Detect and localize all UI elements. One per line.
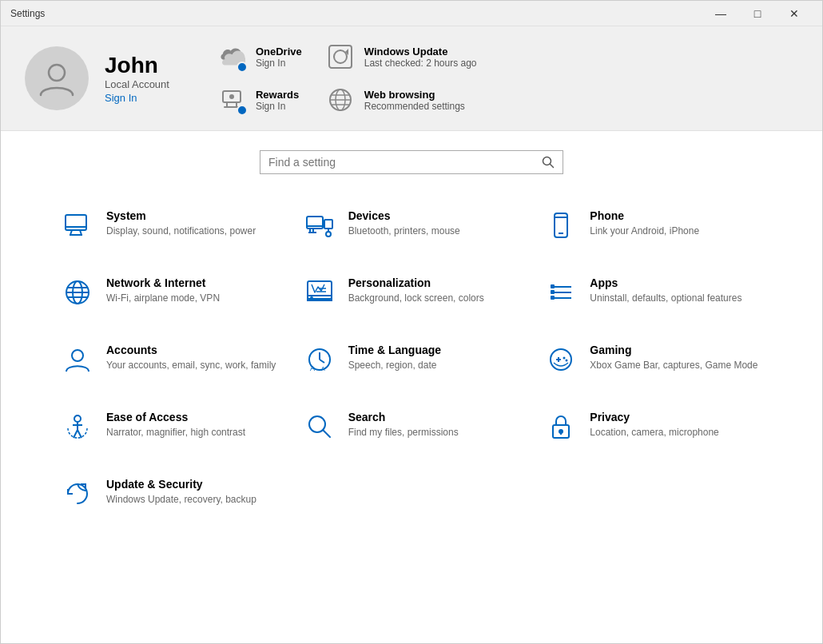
privacy-text: Privacy Location, camera, microphone xyxy=(590,411,718,439)
system-icon xyxy=(62,209,93,241)
settings-item-time[interactable]: A A Time & Language Speech, region, date xyxy=(291,326,533,393)
svg-rect-12 xyxy=(66,215,86,230)
svg-line-61 xyxy=(323,430,330,437)
avatar xyxy=(25,46,89,110)
settings-item-phone[interactable]: Phone Link your Android, iPhone xyxy=(532,192,774,259)
apps-text: Apps Uninstall, defaults, optional featu… xyxy=(590,276,741,305)
profile-signin-link[interactable]: Sign In xyxy=(105,92,137,104)
rewards-text: Rewards Sign In xyxy=(256,89,299,112)
svg-point-2 xyxy=(229,94,234,99)
search-input[interactable] xyxy=(268,156,542,169)
search-settings-text: Search Find my files, permissions xyxy=(348,411,459,439)
web-browsing-service[interactable]: Web browsing Recommended settings xyxy=(326,85,477,114)
apps-icon xyxy=(545,276,577,308)
gaming-icon xyxy=(545,344,577,376)
apps-title: Apps xyxy=(590,276,741,289)
windows-update-desc: Last checked: 2 hours ago xyxy=(364,58,477,69)
accounts-icon xyxy=(62,344,93,376)
update-title: Update & Security xyxy=(106,478,256,491)
ease-text: Ease of Access Narrator, magnifier, high… xyxy=(106,411,245,439)
app-title: Settings xyxy=(10,8,45,19)
svg-rect-3 xyxy=(329,46,352,68)
settings-item-network[interactable]: Network & Internet Wi-Fi, airplane mode,… xyxy=(49,259,291,326)
onedrive-status-dot xyxy=(237,62,248,73)
windows-update-service[interactable]: Windows Update Last checked: 2 hours ago xyxy=(326,42,477,71)
search-settings-desc: Find my files, permissions xyxy=(348,426,459,439)
privacy-desc: Location, camera, microphone xyxy=(590,426,718,439)
window-controls: — □ ✕ xyxy=(702,1,813,26)
time-text: Time & Language Speech, region, date xyxy=(348,344,441,372)
ease-icon xyxy=(62,411,93,443)
settings-item-ease[interactable]: Ease of Access Narrator, magnifier, high… xyxy=(49,393,291,460)
minimize-button[interactable]: — xyxy=(702,1,739,26)
svg-point-55 xyxy=(74,415,81,422)
settings-item-privacy[interactable]: Privacy Location, camera, microphone xyxy=(532,393,774,460)
svg-text:A: A xyxy=(321,366,325,372)
system-desc: Display, sound, notifications, power xyxy=(106,225,256,238)
phone-desc: Link your Android, iPhone xyxy=(590,225,699,238)
personalization-icon xyxy=(304,276,336,308)
settings-grid: System Display, sound, notifications, po… xyxy=(1,184,822,535)
svg-point-35 xyxy=(310,296,313,300)
svg-text:A: A xyxy=(310,364,315,372)
time-desc: Speech, region, date xyxy=(348,359,441,372)
network-icon xyxy=(62,276,93,308)
network-text: Network & Internet Wi-Fi, airplane mode,… xyxy=(106,276,220,305)
phone-text: Phone Link your Android, iPhone xyxy=(590,209,699,238)
svg-point-44 xyxy=(72,350,83,361)
onedrive-service[interactable]: OneDrive Sign In xyxy=(217,42,302,71)
network-title: Network & Internet xyxy=(106,276,220,289)
web-browsing-icon xyxy=(326,85,355,114)
apps-desc: Uninstall, defaults, optional features xyxy=(590,292,741,305)
rewards-service[interactable]: Rewards Sign In xyxy=(217,85,302,114)
personalization-text: Personalization Background, lock screen,… xyxy=(348,276,484,305)
svg-line-59 xyxy=(78,430,82,438)
rewards-icon xyxy=(217,85,246,114)
rewards-status-dot xyxy=(237,105,248,116)
svg-rect-43 xyxy=(551,296,555,300)
settings-item-devices[interactable]: Devices Bluetooth, printers, mouse xyxy=(291,192,533,259)
svg-point-54 xyxy=(566,360,568,362)
gaming-desc: Xbox Game Bar, captures, Game Mode xyxy=(590,359,757,372)
privacy-title: Privacy xyxy=(590,411,718,423)
onedrive-name: OneDrive xyxy=(256,46,302,58)
personalization-desc: Background, lock screen, colors xyxy=(348,292,484,305)
search-area xyxy=(1,131,822,184)
svg-point-0 xyxy=(49,65,65,81)
onedrive-desc: Sign In xyxy=(256,58,302,69)
settings-item-search[interactable]: Search Find my files, permissions xyxy=(291,393,533,460)
privacy-icon xyxy=(545,411,577,443)
rewards-desc: Sign In xyxy=(256,101,299,112)
gaming-text: Gaming Xbox Game Bar, captures, Game Mod… xyxy=(590,344,757,372)
settings-item-personalization[interactable]: Personalization Background, lock screen,… xyxy=(291,259,533,326)
update-text: Update & Security Windows Update, recove… xyxy=(106,478,256,507)
gaming-title: Gaming xyxy=(590,344,757,356)
settings-item-accounts[interactable]: Accounts Your accounts, email, sync, wor… xyxy=(49,326,291,393)
onedrive-text: OneDrive Sign In xyxy=(256,46,302,69)
update-icon xyxy=(62,478,93,510)
settings-item-system[interactable]: System Display, sound, notifications, po… xyxy=(49,192,291,259)
title-bar: Settings — □ ✕ xyxy=(1,1,822,26)
system-title: System xyxy=(106,209,256,222)
settings-item-gaming[interactable]: Gaming Xbox Game Bar, captures, Game Mod… xyxy=(532,326,774,393)
svg-rect-18 xyxy=(324,220,332,229)
search-button[interactable] xyxy=(542,156,555,169)
windows-update-icon xyxy=(326,42,355,71)
close-button[interactable]: ✕ xyxy=(776,1,813,26)
search-icon xyxy=(542,156,555,169)
phone-title: Phone xyxy=(590,209,699,222)
windows-update-name: Windows Update xyxy=(364,46,477,58)
search-settings-title: Search xyxy=(348,411,459,423)
settings-item-update[interactable]: Update & Security Windows Update, recove… xyxy=(49,460,291,527)
web-browsing-name: Web browsing xyxy=(364,89,465,101)
settings-item-apps[interactable]: Apps Uninstall, defaults, optional featu… xyxy=(532,259,774,326)
maximize-button[interactable]: □ xyxy=(739,1,776,26)
personalization-title: Personalization xyxy=(348,276,484,289)
banner-services: OneDrive Sign In Rewards Sign In xyxy=(217,42,798,114)
web-browsing-text: Web browsing Recommended settings xyxy=(364,89,465,112)
onedrive-icon xyxy=(217,42,246,71)
accounts-title: Accounts xyxy=(106,344,276,356)
search-settings-icon xyxy=(304,411,336,443)
services-col-1: OneDrive Sign In Rewards Sign In xyxy=(217,42,302,114)
svg-line-58 xyxy=(74,430,78,438)
